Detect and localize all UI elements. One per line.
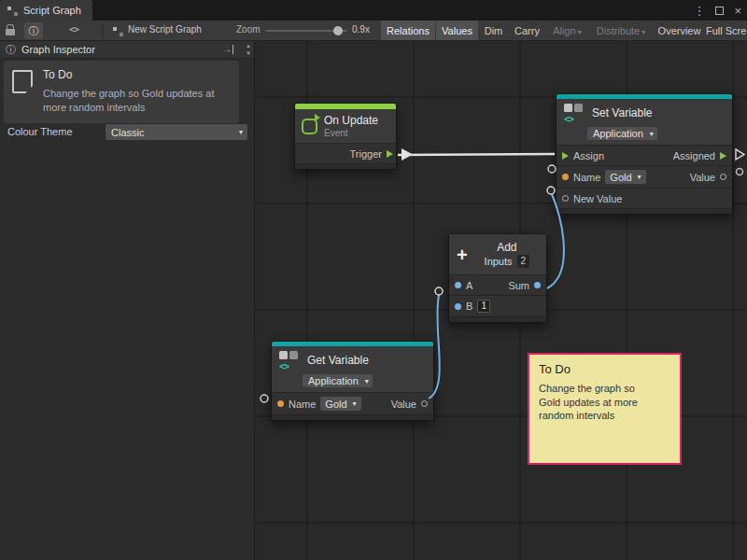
window-tab-bar: Script Graph ⋮ × [0,0,747,21]
toolbar-button-dim[interactable]: Dim [479,21,508,41]
variable-scope-dropdown[interactable]: Application ▾ [587,127,657,140]
dock-arrow-icon: → [222,44,232,54]
maximize-icon [715,7,724,15]
port-label-b: B [466,301,472,312]
new-script-graph-button[interactable]: New Script Graph [128,24,202,35]
name-input-port[interactable] [562,174,569,180]
node-set-variable[interactable]: <> Set Variable Application ▾ Assign Ass… [556,93,733,215]
node-title: Add [497,241,516,254]
name-input-port[interactable] [277,400,284,407]
chevron-down-icon: ▾ [641,28,645,36]
variable-name-dropdown[interactable]: Gold ▾ [605,170,645,184]
zoom-value: 0.9x [352,24,370,35]
port-row: B 1 [449,295,546,316]
node-title: On Update [324,114,378,127]
toolbar-button-relations[interactable]: Relations [381,21,435,41]
node-footer [295,163,396,169]
code-glyph: <> [279,361,289,371]
inspector-scrollbar: ▲ ▼ [246,43,251,56]
new-graph-icon [113,26,123,36]
info-icon: ⓘ [6,43,16,57]
input-b-port[interactable] [455,303,461,310]
sum-output-port[interactable] [534,282,541,288]
assign-input-port[interactable] [562,152,569,160]
lock-icon[interactable] [6,29,15,35]
toolbar-button-values[interactable]: Values [436,21,478,41]
port-row: A Sum [449,274,546,295]
node-subtitle: Inputs [485,256,513,267]
node-header: <> Set Variable Application ▾ [557,99,732,145]
toolbar-button-fullscreen[interactable]: Full Screen [706,21,747,41]
variable-icon: <> [278,351,301,370]
button-label: Dim [485,25,503,36]
inspector-todo-note: To Do Change the graph so Gold updates a… [4,61,239,123]
input-a-port[interactable] [455,282,461,288]
port-label-name: Name [289,399,316,410]
chevron-down-icon: ▾ [365,377,369,385]
port-label-sum: Sum [508,280,529,291]
trigger-output-port[interactable] [387,150,393,158]
script-graph-icon [7,6,18,16]
toolbar-separator [103,23,104,38]
input-b-value-field[interactable]: 1 [477,300,490,313]
button-label: Relations [387,25,430,36]
inputs-count-badge[interactable]: 2 [517,255,530,268]
port-row: Assign Assigned [557,145,732,165]
code-glyph: <> [564,114,573,124]
inspector-header: ⓘ Graph Inspector → [0,41,254,59]
chevron-down-icon: ▾ [239,128,243,136]
close-button[interactable]: × [734,4,741,18]
canvas-sticky-note[interactable]: To Do Change the graph so Gold updates a… [528,353,682,465]
more-menu-button[interactable]: ⋮ [693,4,705,18]
toolbar-button-distribute[interactable]: Distribute▾ [589,21,653,41]
node-header: + Add Inputs 2 [449,234,546,274]
toolbar-button-carry[interactable]: Carry [509,21,545,41]
colour-theme-row: Colour Theme Classic ▾ [0,123,254,142]
node-on-update[interactable]: On Update Event Trigger [294,103,397,170]
button-label: Carry [514,25,540,36]
on-update-icon [302,119,317,134]
node-header: <> Get Variable Application ▾ [272,346,433,392]
button-label: Overview [658,25,701,36]
toolbar-button-overview[interactable]: Overview [654,21,705,41]
sticky-note-title: To Do [539,362,670,376]
graph-toolbar: ⓘ <> New Script Graph Zoom 0.9x Relation… [0,21,747,41]
maximize-button[interactable] [715,4,724,18]
zoom-label: Zoom [236,24,261,35]
node-footer [449,316,546,322]
node-header: On Update Event [295,109,396,143]
todo-title: To Do [43,68,232,81]
node-footer [557,208,732,214]
tab-script-graph[interactable]: Script Graph [0,0,92,21]
colour-theme-dropdown[interactable]: Classic ▾ [106,124,247,140]
dropdown-value: Classic [111,127,144,138]
chevron-down-icon: ▾ [353,399,357,408]
scroll-down-icon[interactable]: ▼ [246,50,251,56]
port-label-a: A [466,280,472,291]
new-value-input-port[interactable] [562,195,569,202]
chevron-down-icon: ▾ [650,130,654,138]
button-label: Distribute [597,25,640,36]
variable-icon: <> [563,104,585,122]
node-add[interactable]: + Add Inputs 2 A Sum B 1 [448,233,547,323]
value-output-port[interactable] [421,400,428,407]
assigned-output-port[interactable] [720,152,726,160]
port-label-value: Value [391,399,416,410]
dock-icon[interactable]: → [222,45,233,54]
code-view-button[interactable]: <> [69,24,78,35]
scroll-up-icon[interactable]: ▲ [246,43,251,49]
sticky-note-icon [12,70,33,93]
node-subtitle: Event [324,128,378,138]
value-output-port[interactable] [720,174,726,180]
port-label-assigned: Assigned [673,150,715,161]
colour-theme-label: Colour Theme [7,126,73,137]
node-get-variable[interactable]: <> Get Variable Application ▾ Name Gold … [271,341,434,421]
port-row: Name Gold ▾ Value [272,392,433,414]
info-toggle-button[interactable]: ⓘ [24,22,43,39]
zoom-slider-handle[interactable] [333,26,343,35]
toolbar-button-align[interactable]: Align▾ [546,21,588,41]
add-icon: + [457,245,468,264]
variable-name-dropdown[interactable]: Gold ▾ [320,397,360,411]
variable-scope-dropdown[interactable]: Application ▾ [303,374,373,387]
port-row: Trigger [295,143,396,163]
